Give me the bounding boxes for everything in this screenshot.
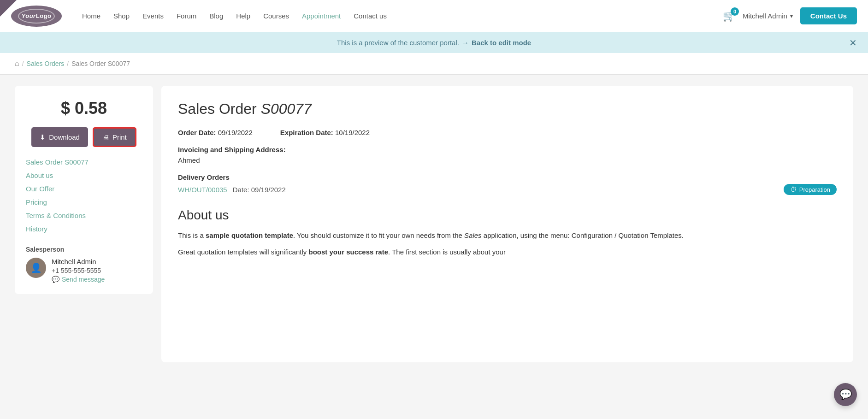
sidebar: $ 0.58 ⬇ Download 🖨 Print Sales Order S0… bbox=[15, 86, 153, 294]
delivery-date-label: Date: bbox=[233, 186, 249, 194]
status-badge-label: Preparation bbox=[799, 186, 830, 193]
salesperson-name: Mitchell Admin bbox=[52, 258, 105, 266]
download-label: Download bbox=[49, 133, 80, 141]
document-panel: Sales Order S00077 Order Date: 09/19/202… bbox=[161, 86, 853, 362]
clock-icon: ⏱ bbox=[790, 186, 797, 193]
doc-body-para2: Great quotation templates will significa… bbox=[178, 247, 837, 258]
sidebar-nav-so[interactable]: Sales Order S00077 bbox=[26, 158, 142, 166]
corner-accent bbox=[0, 0, 17, 17]
breadcrumb-current: Sales Order S00077 bbox=[71, 60, 130, 67]
breadcrumb-sales-orders-link[interactable]: Sales Orders bbox=[27, 60, 65, 67]
sidebar-nav-terms[interactable]: Terms & Conditions bbox=[26, 212, 142, 219]
doc-title-prefix: Sales Order bbox=[178, 100, 261, 117]
para2-bold: boost your success rate bbox=[308, 248, 388, 256]
sidebar-amount: $ 0.58 bbox=[26, 99, 142, 118]
order-date-label: Order Date: bbox=[178, 129, 216, 136]
logo-oval-inner: YourLogo bbox=[18, 9, 55, 24]
download-button[interactable]: ⬇ Download bbox=[31, 127, 88, 147]
nav-item-events[interactable]: Events bbox=[137, 8, 169, 24]
logo-text: YourLogo bbox=[22, 12, 52, 19]
salesperson-phone: +1 555-555-5555 bbox=[52, 267, 105, 274]
expiration-date-value: 10/19/2022 bbox=[335, 129, 370, 136]
sidebar-nav-pricing[interactable]: Pricing bbox=[26, 198, 142, 206]
preview-close-button[interactable]: ✕ bbox=[849, 37, 857, 48]
para1-bold: sample quotation template bbox=[206, 231, 293, 239]
para1-italic: Sales bbox=[464, 231, 482, 239]
para2-pre: Great quotation templates will significa… bbox=[178, 248, 308, 256]
navbar-right: 🛒 0 Mitchell Admin ▾ Contact Us bbox=[723, 7, 857, 24]
nav-item-contact-us[interactable]: Contact us bbox=[348, 8, 392, 24]
back-to-edit-link[interactable]: Back to edit mode bbox=[472, 39, 531, 47]
contact-us-button[interactable]: Contact Us bbox=[800, 7, 857, 24]
main-content: $ 0.58 ⬇ Download 🖨 Print Sales Order S0… bbox=[0, 75, 868, 373]
cart-badge: 0 bbox=[731, 7, 739, 16]
nav-item-appointment[interactable]: Appointment bbox=[296, 8, 346, 24]
delivery-orders-label: Delivery Orders bbox=[178, 173, 837, 181]
preview-text: This is a preview of the customer portal… bbox=[337, 39, 459, 47]
cart-icon[interactable]: 🛒 0 bbox=[723, 10, 735, 22]
preview-banner: This is a preview of the customer portal… bbox=[0, 32, 868, 53]
download-icon: ⬇ bbox=[40, 133, 46, 142]
para2-end: . The first section is usually about you… bbox=[388, 248, 506, 256]
expiration-date-item: Expiration Date: 10/19/2022 bbox=[280, 129, 370, 136]
preview-arrow-icon: → bbox=[462, 39, 469, 47]
doc-title-number: S00077 bbox=[261, 100, 312, 117]
para1-end: application, using the menu: Configurati… bbox=[482, 231, 684, 239]
delivery-row: WH/OUT/00035 Date: 09/19/2022 ⏱ Preparat… bbox=[178, 184, 837, 195]
logo-your: Your bbox=[22, 12, 36, 19]
print-label: Print bbox=[112, 133, 127, 141]
navbar-nav: Home Shop Events Forum Blog Help Courses… bbox=[77, 8, 723, 24]
delivery-link[interactable]: WH/OUT/00035 bbox=[178, 186, 227, 194]
salesperson-details: Mitchell Admin +1 555-555-5555 💬 Send me… bbox=[52, 258, 105, 283]
logo-oval: YourLogo bbox=[11, 6, 62, 27]
sidebar-nav: Sales Order S00077 About us Our Offer Pr… bbox=[26, 158, 142, 233]
breadcrumb-home-icon[interactable]: ⌂ bbox=[15, 59, 19, 68]
sidebar-nav-about[interactable]: About us bbox=[26, 171, 142, 179]
salesperson-info: 👤 Mitchell Admin +1 555-555-5555 💬 Send … bbox=[26, 258, 142, 283]
nav-item-forum[interactable]: Forum bbox=[171, 8, 202, 24]
doc-address: Ahmed bbox=[178, 156, 837, 164]
admin-menu[interactable]: Mitchell Admin ▾ bbox=[743, 12, 793, 20]
para1-pre: This is a bbox=[178, 231, 206, 239]
breadcrumb-sep-1: / bbox=[22, 60, 24, 67]
avatar: 👤 bbox=[26, 258, 46, 278]
navbar: YourLogo Home Shop Events Forum Blog Hel… bbox=[0, 0, 868, 32]
nav-item-courses[interactable]: Courses bbox=[258, 8, 295, 24]
doc-title: Sales Order S00077 bbox=[178, 100, 837, 118]
admin-name: Mitchell Admin bbox=[743, 12, 787, 20]
logo-logo: Logo bbox=[36, 12, 52, 19]
breadcrumb-sep-2: / bbox=[67, 60, 69, 67]
order-date-item: Order Date: 09/19/2022 bbox=[178, 129, 253, 136]
send-message-link[interactable]: 💬 Send message bbox=[52, 276, 105, 283]
about-us-heading: About us bbox=[178, 208, 837, 223]
salesperson-label: Salesperson bbox=[26, 246, 142, 253]
sidebar-nav-history[interactable]: History bbox=[26, 225, 142, 233]
nav-item-blog[interactable]: Blog bbox=[204, 8, 229, 24]
sidebar-buttons: ⬇ Download 🖨 Print bbox=[26, 127, 142, 147]
breadcrumb: ⌂ / Sales Orders / Sales Order S00077 bbox=[0, 53, 868, 75]
dropdown-arrow-icon: ▾ bbox=[790, 13, 793, 19]
chat-bubble-icon: 💬 bbox=[52, 276, 59, 283]
expiration-date-label: Expiration Date: bbox=[280, 129, 333, 136]
order-date-value: 09/19/2022 bbox=[218, 129, 253, 136]
invoicing-label: Invoicing and Shipping Address: bbox=[178, 146, 837, 153]
nav-item-home[interactable]: Home bbox=[77, 8, 106, 24]
doc-body-para1: This is a sample quotation template. You… bbox=[178, 230, 837, 241]
status-badge: ⏱ Preparation bbox=[784, 184, 837, 195]
logo: YourLogo bbox=[11, 6, 62, 27]
print-icon: 🖨 bbox=[102, 133, 109, 141]
send-message-label: Send message bbox=[62, 276, 105, 283]
print-button[interactable]: 🖨 Print bbox=[93, 127, 136, 147]
salesperson-section: Salesperson 👤 Mitchell Admin +1 555-555-… bbox=[26, 246, 142, 283]
delivery-date-value: 09/19/2022 bbox=[251, 186, 286, 194]
delivery-date: Date: 09/19/2022 bbox=[233, 186, 286, 194]
nav-item-shop[interactable]: Shop bbox=[108, 8, 135, 24]
para1-mid: . You should customize it to fit your ow… bbox=[293, 231, 464, 239]
delivery-section: Delivery Orders WH/OUT/00035 Date: 09/19… bbox=[178, 173, 837, 195]
nav-item-help[interactable]: Help bbox=[230, 8, 256, 24]
doc-meta-row: Order Date: 09/19/2022 Expiration Date: … bbox=[178, 129, 837, 136]
sidebar-nav-offer[interactable]: Our Offer bbox=[26, 185, 142, 193]
